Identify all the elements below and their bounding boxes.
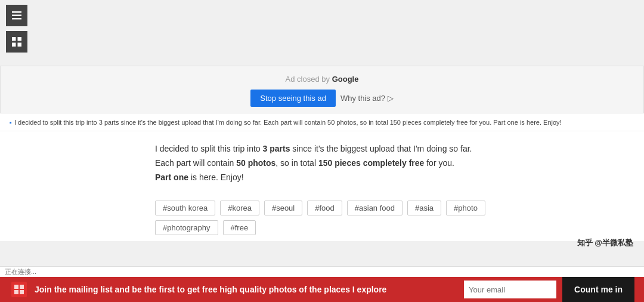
- ad-buttons: Stop seeing this ad Why this ad? ▷: [250, 90, 393, 107]
- ad-section: Ad closed by Google Stop seeing this ad …: [0, 66, 644, 113]
- tag[interactable]: #korea: [220, 201, 259, 215]
- count-me-in-button[interactable]: Count me in: [562, 277, 634, 302]
- svg-rect-0: [12, 11, 21, 13]
- watermark: 知乎 @半微私塾: [577, 238, 633, 248]
- tag[interactable]: #food: [307, 201, 342, 215]
- svg-rect-1: [12, 15, 21, 17]
- tag[interactable]: #photo: [446, 201, 485, 215]
- bottom-logo: [10, 280, 29, 299]
- main-content: ▪I decided to split this trip into 3 par…: [0, 113, 644, 241]
- email-input[interactable]: [464, 281, 556, 298]
- status-text: 正在连接...: [5, 267, 36, 276]
- tag[interactable]: #south korea: [155, 201, 215, 215]
- preview-text: ▪I decided to split this trip into 3 par…: [0, 113, 644, 131]
- why-this-ad-button[interactable]: Why this ad? ▷: [340, 94, 394, 103]
- hamburger-menu-button[interactable]: [6, 5, 27, 26]
- bottom-bar: Join the mailing list and be the first t…: [0, 277, 644, 302]
- tag[interactable]: #asia: [407, 201, 441, 215]
- tag[interactable]: #seoul: [264, 201, 302, 215]
- article-text: I decided to split this trip into 3 part…: [155, 142, 489, 184]
- svg-rect-9: [14, 290, 18, 294]
- stop-seeing-ad-button[interactable]: Stop seeing this ad: [250, 90, 336, 107]
- tag[interactable]: #free: [223, 220, 256, 235]
- tag[interactable]: #photography: [155, 220, 218, 235]
- svg-rect-10: [20, 290, 24, 294]
- svg-rect-8: [20, 285, 24, 289]
- svg-rect-4: [18, 37, 22, 41]
- svg-rect-7: [14, 285, 18, 289]
- tags-section: #south korea#korea#seoul#food#asian food…: [0, 192, 644, 241]
- tag[interactable]: #asian food: [347, 201, 402, 215]
- svg-rect-2: [12, 18, 21, 20]
- top-bar: [0, 0, 644, 66]
- grid-menu-button[interactable]: [6, 31, 27, 53]
- ad-closed-text: Ad closed by Google: [286, 75, 359, 84]
- svg-rect-5: [12, 43, 16, 47]
- svg-rect-3: [12, 37, 16, 41]
- logo-icon: [11, 282, 27, 297]
- status-bar: 正在连接...: [0, 266, 644, 277]
- mailing-list-text: Join the mailing list and be the first t…: [35, 285, 458, 294]
- svg-rect-6: [18, 43, 22, 47]
- article-body: I decided to split this trip into 3 part…: [0, 131, 644, 192]
